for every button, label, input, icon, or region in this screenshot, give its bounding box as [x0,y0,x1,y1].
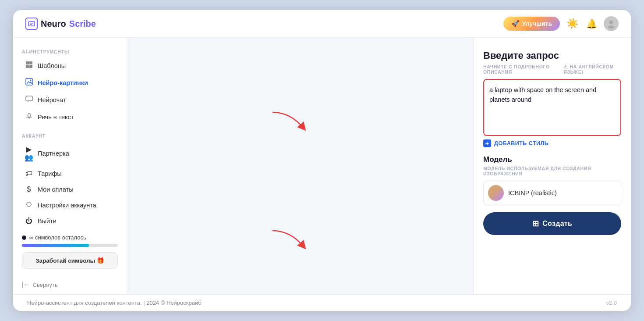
model-title: Модель [483,155,621,164]
main-content [127,38,473,294]
notifications-button[interactable]: 🔔 [584,17,598,31]
model-name: ICBINP (realistic) [508,189,557,196]
logout-icon: ⏻ [25,217,33,225]
model-subtitle: МОДЕЛЬ ИСПОЛЬЗУЕМАЯ ДЛЯ СОЗДАНИЯ ИЗОБРАЖ… [483,166,621,176]
svg-point-12 [28,114,30,118]
upgrade-button[interactable]: 🚀 Улучшить [503,17,560,31]
svg-rect-2 [30,24,32,25]
collapse-label: Свернуть [33,282,58,288]
footer-left: Нейро-ассистент для создателей контента.… [27,300,202,306]
header: NeuroScribe 🚀 Улучшить ☀️ 🔔 [13,10,631,38]
theme-toggle-button[interactable]: ☀️ [565,17,579,31]
header-right: 🚀 Улучшить ☀️ 🔔 [503,16,619,31]
sidebar-item-account-settings[interactable]: Настройки аккаунта [16,197,124,213]
svg-rect-0 [28,21,35,26]
model-select[interactable]: ICBINP (realistic) [483,181,621,205]
partner-label: Партнерка [38,150,69,157]
sidebar-item-payments[interactable]: $ Мои оплаты [16,182,124,197]
svg-rect-5 [26,61,29,64]
rocket-icon: 🚀 [511,20,520,28]
neurochat-icon [25,95,33,104]
progress-bar-bg [22,244,118,247]
arrow-2 [268,226,308,254]
earn-button[interactable]: Заработай символы 🎁 [22,252,118,269]
logout-label: Выйти [38,218,57,225]
panel-subtitle: НАЧНИТЕ С ПОДРОБНОГО ОПИСАНИЯ ⚠ НА АНГЛИ… [483,64,621,75]
svg-rect-11 [26,96,32,101]
speech-icon [25,112,33,121]
logo-scribe: Scribe [69,19,96,29]
app-window: NeuroScribe 🚀 Улучшить ☀️ 🔔 AI-ИНСТРУМЕН… [13,10,631,311]
tariffs-label: Тарифы [38,170,62,177]
add-style-label: ДОБАВИТЬ СТИЛЬ [494,140,548,146]
sidebar-item-neurochat[interactable]: Нейрочат [16,91,124,108]
sidebar-item-templates[interactable]: Шаблоны [16,57,124,74]
symbols-dot [22,235,26,240]
neurochat-label: Нейрочат [38,96,66,103]
svg-point-4 [608,25,614,29]
svg-rect-1 [30,23,33,24]
subtitle-text: НАЧНИТЕ С ПОДРОБНОГО ОПИСАНИЯ [483,64,561,75]
templates-label: Шаблоны [38,62,66,69]
prompt-textarea[interactable] [483,79,621,136]
plus-icon: + [483,139,491,147]
sidebar-bottom: ∞ символов осталось Заработай символы 🎁 [13,229,127,273]
payments-icon: $ [25,185,33,193]
svg-rect-6 [29,61,32,64]
sidebar-item-logout[interactable]: ⏻ Выйти [16,213,124,229]
payments-label: Мои оплаты [38,186,74,193]
upgrade-label: Улучшить [522,20,552,27]
collapse-icon: |← [22,281,30,288]
account-settings-label: Настройки аккаунта [38,202,96,209]
svg-rect-8 [29,65,32,68]
logo: NeuroScribe [25,18,96,30]
svg-point-3 [609,21,613,25]
progress-bar-fill [22,244,89,247]
symbols-label: ∞ символов осталось [29,234,86,241]
logo-icon [25,18,38,30]
collapse-button[interactable]: |← Свернуть [13,277,127,294]
partner-icon: ▶ 👥 [25,145,33,162]
model-avatar [488,185,504,201]
add-style-button[interactable]: + ДОБАВИТЬ СТИЛЬ [483,136,621,149]
svg-rect-7 [26,65,29,68]
tariffs-icon: 🏷 [25,170,33,178]
right-panel: Введите запрос НАЧНИТЕ С ПОДРОБНОГО ОПИС… [473,38,631,294]
sidebar-item-partner[interactable]: ▶ 👥 Партнерка [16,141,124,166]
settings-icon [25,201,33,209]
logo-neuro: Neuro [41,19,66,29]
account-section-label: АККАУНТ [13,133,127,141]
subtitle-warn: ⚠ НА АНГЛИЙСКОМ ЯЗЫКЕ) [563,64,621,75]
neuro-images-icon [25,78,33,87]
create-button[interactable]: ⊞ Создать [483,212,621,235]
neuro-images-label: Нейро-картинки [38,79,88,86]
speech-label: Речь в текст [38,114,74,121]
create-icon: ⊞ [532,219,539,228]
model-section: Модель МОДЕЛЬ ИСПОЛЬЗУЕМАЯ ДЛЯ СОЗДАНИЯ … [483,155,621,205]
footer-right: v2.0 [606,300,617,306]
sidebar-item-speech-to-text[interactable]: Речь в текст [16,108,124,125]
avatar[interactable] [604,16,619,31]
create-label: Создать [542,220,572,228]
body: AI-ИНСТРУМЕНТЫ Шаблоны Нейро-картинки Не… [13,38,631,294]
panel-title: Введите запрос [483,50,621,61]
svg-rect-9 [26,78,32,85]
footer: Нейро-ассистент для создателей контента.… [13,294,631,311]
templates-icon [25,61,33,70]
sidebar-item-tariffs[interactable]: 🏷 Тарифы [16,166,124,182]
ai-section-label: AI-ИНСТРУМЕНТЫ [13,49,127,57]
sidebar: AI-ИНСТРУМЕНТЫ Шаблоны Нейро-картинки Не… [13,38,127,294]
svg-point-10 [30,80,31,81]
sidebar-item-neuro-images[interactable]: Нейро-картинки [16,74,124,91]
symbols-row: ∞ символов осталось [22,234,118,241]
arrow-1 [268,108,308,136]
